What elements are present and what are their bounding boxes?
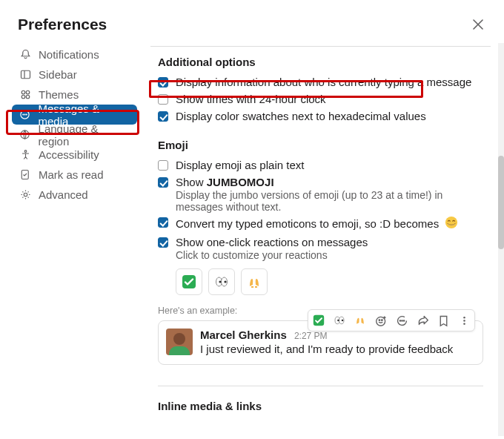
- toolbar-bookmark[interactable]: [436, 313, 451, 328]
- checkbox-24h-clock[interactable]: [158, 94, 168, 105]
- message-reaction-toolbar: [308, 309, 475, 331]
- svg-point-33: [463, 323, 465, 325]
- grin-emoji-icon: [445, 216, 458, 231]
- svg-point-31: [463, 316, 465, 318]
- toolbar-more[interactable]: [457, 313, 471, 328]
- checkbox-typing-info[interactable]: [158, 77, 168, 88]
- option-label: Display color swatches next to hexadecim…: [176, 110, 426, 122]
- reaction-pick-checkmark[interactable]: [176, 268, 202, 295]
- svg-point-2: [21, 90, 25, 94]
- toolbar-thread[interactable]: [394, 313, 409, 328]
- svg-point-9: [27, 114, 27, 115]
- checkbox-hex-swatches[interactable]: [158, 111, 168, 122]
- sidebar-item-label: Notifications: [39, 48, 99, 61]
- svg-point-29: [401, 320, 402, 320]
- svg-point-7: [23, 114, 24, 115]
- scrollbar[interactable]: [498, 43, 504, 436]
- option-sublabel: Display the jumbo versions of emoji (up …: [176, 189, 483, 213]
- option-label: Convert my typed emoticons to emoji, so …: [176, 216, 458, 231]
- main-panel: Additional options Display information a…: [143, 42, 504, 439]
- gear-icon: [19, 189, 31, 200]
- reaction-pick-raised-hands[interactable]: [241, 268, 268, 295]
- themes-icon: [19, 89, 31, 100]
- sidebar-item-sidebar[interactable]: Sidebar: [12, 65, 137, 85]
- checkmark-emoji-icon: [182, 274, 196, 289]
- svg-point-13: [24, 193, 27, 197]
- option-label: Show times with 24-hour clock: [176, 93, 326, 105]
- sidebar: Notifications Sidebar Themes Messages & …: [0, 42, 143, 439]
- svg-point-11: [24, 151, 27, 153]
- sidebar-item-accessibility[interactable]: Accessibility: [12, 145, 137, 165]
- section-title-emoji: Emoji: [158, 139, 483, 151]
- message-icon: [19, 109, 30, 120]
- checkbox-oneclick-reactions[interactable]: [158, 237, 168, 248]
- section-title-additional: Additional options: [158, 56, 483, 68]
- message-text: I just reviewed it, and I'm ready to pro…: [200, 343, 453, 355]
- sidebar-item-label: Language & region: [39, 122, 130, 148]
- sidebar-item-language-region[interactable]: Language & region: [12, 125, 137, 145]
- example-message-card: Marcel Gherkins 2:27 PM I just reviewed …: [158, 320, 483, 365]
- svg-point-32: [463, 320, 465, 322]
- checkbox-emoji-plain[interactable]: [158, 160, 168, 171]
- message-author: Marcel Gherkins: [200, 329, 287, 341]
- svg-point-28: [399, 320, 400, 320]
- svg-point-27: [381, 319, 382, 320]
- checkbox-convert-emoticons[interactable]: [158, 217, 168, 228]
- svg-point-24: [342, 320, 344, 322]
- svg-point-26: [379, 319, 380, 320]
- sidebar-item-label: Mark as read: [39, 168, 104, 181]
- checkbox-jumbomoji[interactable]: [158, 177, 168, 188]
- reaction-picker-row: [176, 268, 483, 295]
- close-button[interactable]: [468, 15, 488, 34]
- svg-point-4: [26, 90, 30, 94]
- page-title: Preferences: [18, 16, 107, 33]
- raised-hands-emoji-icon: [247, 274, 262, 289]
- toolbar-reaction-eyes[interactable]: [332, 313, 347, 328]
- bell-icon: [19, 49, 31, 60]
- sidebar-item-advanced[interactable]: Advanced: [12, 185, 137, 205]
- sidebar-item-label: Accessibility: [39, 148, 99, 161]
- svg-point-8: [24, 114, 25, 115]
- reaction-pick-eyes[interactable]: [208, 268, 235, 295]
- svg-point-18: [219, 280, 221, 283]
- avatar: [166, 329, 193, 355]
- option-label: Show one-click reactions on messages: [176, 236, 368, 248]
- svg-point-25: [376, 317, 385, 326]
- close-icon: [473, 19, 483, 30]
- toolbar-reaction-checkmark[interactable]: [311, 313, 326, 328]
- option-label: Display emoji as plain text: [176, 159, 304, 171]
- sidebar-item-mark-as-read[interactable]: Mark as read: [12, 165, 137, 185]
- option-label: Display information about who is current…: [176, 76, 471, 88]
- check-doc-icon: [19, 169, 31, 180]
- panel-icon: [19, 69, 31, 80]
- svg-rect-0: [21, 70, 30, 79]
- option-label: Show JUMBOMOJI: [176, 176, 483, 188]
- sidebar-item-label: Themes: [39, 88, 79, 101]
- toolbar-reaction-raised-hands[interactable]: [353, 313, 368, 328]
- svg-point-30: [403, 320, 404, 320]
- svg-point-3: [26, 95, 30, 99]
- option-sublabel: Click to customize your reactions: [176, 249, 368, 261]
- sidebar-item-notifications[interactable]: Notifications: [12, 44, 137, 65]
- svg-point-19: [224, 280, 226, 283]
- svg-point-14: [445, 217, 457, 228]
- sidebar-item-label: Sidebar: [39, 68, 77, 81]
- eyes-emoji-icon: [214, 274, 229, 289]
- svg-point-5: [21, 95, 25, 99]
- separator: [158, 386, 483, 386]
- sidebar-item-label: Advanced: [39, 188, 88, 201]
- message-time: 2:27 PM: [294, 331, 328, 341]
- toolbar-add-reaction[interactable]: [374, 313, 388, 328]
- toolbar-share[interactable]: [415, 313, 430, 328]
- accessibility-icon: [19, 149, 31, 160]
- scrollbar-thumb[interactable]: [498, 156, 504, 249]
- section-title-inline-media: Inline media & links: [158, 400, 483, 412]
- svg-point-23: [337, 320, 339, 322]
- globe-icon: [19, 129, 31, 140]
